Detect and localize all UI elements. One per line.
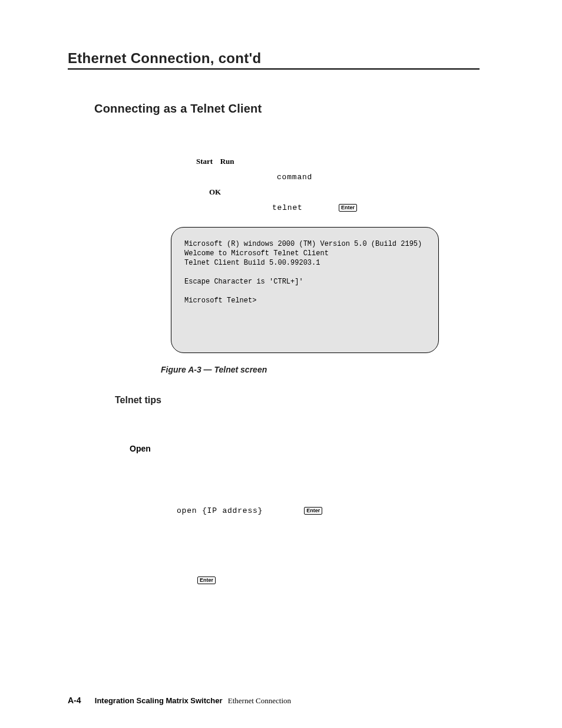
telnet-text: telnet bbox=[272, 203, 303, 212]
subsection-title: Telnet tips bbox=[115, 395, 480, 406]
telnet-output: Microsoft (R) windows 2000 (TM) Version … bbox=[184, 239, 425, 305]
start-label: Start bbox=[196, 157, 213, 166]
footer-section: Ethernet Connection bbox=[228, 696, 291, 705]
telnet-line: telnet Enter bbox=[272, 203, 480, 212]
page-number: A-4 bbox=[68, 696, 81, 705]
figure-caption: Figure A-3 — Telnet screen bbox=[161, 365, 480, 374]
enter-key-icon: Enter bbox=[304, 507, 322, 515]
telnet-line-5: Microsoft Telnet> bbox=[184, 297, 256, 305]
telnet-screen-box: Microsoft (R) windows 2000 (TM) Version … bbox=[171, 227, 439, 353]
telnet-line-1: Microsoft (R) windows 2000 (TM) Version … bbox=[184, 240, 422, 248]
run-label: Run bbox=[220, 157, 234, 166]
document-page: Ethernet Connection, cont'd Connecting a… bbox=[0, 0, 562, 728]
command-line: command bbox=[277, 172, 480, 182]
open-command-text: open {IP address} bbox=[177, 506, 263, 515]
ok-label: OK bbox=[209, 187, 221, 196]
chapter-title: Ethernet Connection, cont'd bbox=[68, 50, 480, 70]
ok-line: OK bbox=[209, 187, 480, 197]
open-command-row: open {IP address} Enter bbox=[68, 506, 480, 515]
run-path-line: Start Run bbox=[196, 157, 480, 166]
body-column: Start Run command OK telnet Enter Micros… bbox=[171, 157, 480, 374]
page-footer: A-4 Integration Scaling Matrix Switcher … bbox=[68, 696, 291, 706]
command-text: command bbox=[277, 173, 312, 182]
lone-enter-row: Enter bbox=[197, 574, 480, 585]
footer-product: Integration Scaling Matrix Switcher bbox=[95, 696, 223, 705]
telnet-line-3: Telnet Client Build 5.00.99203.1 bbox=[184, 259, 320, 267]
enter-key-icon: Enter bbox=[197, 577, 216, 584]
telnet-line-4: Escape Character is 'CTRL+]' bbox=[184, 278, 303, 286]
enter-key-icon: Enter bbox=[339, 204, 357, 212]
open-heading: Open bbox=[130, 444, 480, 453]
section-title: Connecting as a Telnet Client bbox=[94, 102, 480, 116]
telnet-line-2: Welcome to Microsoft Telnet Client bbox=[184, 249, 329, 258]
